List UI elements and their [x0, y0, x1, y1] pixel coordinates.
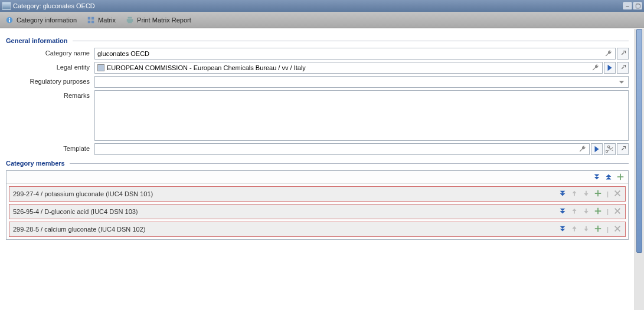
link-icon: [619, 50, 627, 58]
label-remarks: Remarks: [6, 90, 94, 99]
collapse-all-button[interactable]: [604, 173, 613, 182]
scrollbar[interactable]: [635, 29, 644, 310]
toolbar: Category information Matrix Print Matrix…: [0, 12, 644, 28]
close-icon: [613, 189, 622, 197]
toolbar-label: Print Matrix Report: [137, 17, 191, 24]
section-category-members: Category members: [6, 160, 629, 167]
move-down-button[interactable]: [582, 207, 590, 216]
window-title: Category: gluconates OECD: [13, 2, 623, 9]
open-button[interactable]: [591, 143, 603, 155]
toolbar-label: Matrix: [98, 17, 116, 24]
members-panel: 299-27-4 / potassium gluconate (IUC4 DSN…: [6, 170, 629, 240]
double-down-icon: [593, 173, 601, 181]
template-input[interactable]: [94, 143, 590, 155]
wrench-icon: [578, 145, 587, 153]
arrow-up-icon: [570, 189, 578, 197]
section-general-info: General information: [6, 37, 629, 44]
double-down-icon: [558, 225, 567, 233]
member-row[interactable]: 526-95-4 / D-gluconic acid (IUC4 DSN 103…: [9, 204, 626, 219]
member-text: 299-28-5 / calcium gluconate (IUC4 DSN 1…: [13, 226, 558, 233]
category-name-input[interactable]: gluconates OECD: [94, 48, 616, 60]
member-row[interactable]: 299-28-5 / calcium gluconate (IUC4 DSN 1…: [9, 222, 626, 237]
member-text: 299-27-4 / potassium gluconate (IUC4 DSN…: [13, 190, 558, 197]
open-button[interactable]: [604, 62, 616, 74]
add-button[interactable]: [594, 225, 602, 234]
arrow-up-icon: [570, 207, 578, 215]
cut-button[interactable]: [604, 143, 616, 155]
arrow-down-icon: [582, 225, 590, 233]
add-button[interactable]: [594, 207, 602, 216]
toolbar-label: Category information: [17, 17, 77, 24]
maximize-button[interactable]: ▢: [633, 2, 642, 9]
legal-entity-input[interactable]: EUROPEAN COMMISSION - European Chemicals…: [94, 62, 603, 74]
members-actionbar: [6, 171, 628, 184]
link-button[interactable]: [617, 62, 629, 74]
expand-all-button[interactable]: [593, 173, 601, 182]
toolbar-print-report[interactable]: Print Matrix Report: [125, 15, 191, 25]
matrix-icon: [86, 15, 96, 25]
remove-button[interactable]: [613, 225, 622, 234]
expand-button[interactable]: [558, 225, 567, 234]
arrow-right-icon: [593, 145, 601, 153]
scrollbar-thumb[interactable]: [636, 29, 642, 253]
regulatory-select[interactable]: [94, 76, 629, 88]
move-down-button[interactable]: [582, 189, 590, 199]
link-icon: [619, 145, 627, 153]
plus-icon: [616, 173, 625, 181]
app-icon: [2, 2, 11, 10]
print-icon: [125, 15, 135, 25]
member-text: 526-95-4 / D-gluconic acid (IUC4 DSN 103…: [13, 208, 558, 215]
add-button[interactable]: [594, 189, 602, 199]
label-regulatory: Regulatory purposes: [6, 76, 94, 85]
link-button[interactable]: [617, 143, 629, 155]
move-up-button[interactable]: [570, 207, 578, 216]
close-icon: [613, 207, 622, 215]
move-up-button[interactable]: [570, 189, 578, 199]
label-template: Template: [6, 143, 94, 152]
plus-icon: [594, 189, 602, 197]
toolbar-matrix[interactable]: Matrix: [86, 15, 116, 25]
link-icon: [619, 64, 627, 72]
wrench-icon: [604, 50, 613, 58]
remove-button[interactable]: [613, 207, 622, 216]
close-icon: [613, 225, 622, 233]
double-up-icon: [604, 173, 613, 181]
info-icon: [5, 15, 14, 25]
expand-button[interactable]: [558, 207, 567, 216]
arrow-down-icon: [582, 189, 590, 197]
remarks-textarea[interactable]: [94, 90, 629, 141]
label-category-name: Category name: [6, 48, 94, 57]
building-icon: [97, 64, 104, 71]
add-member-button[interactable]: [616, 173, 625, 182]
move-up-button[interactable]: [570, 225, 578, 234]
plus-icon: [594, 207, 602, 215]
arrow-right-icon: [606, 64, 614, 72]
input-value: EUROPEAN COMMISSION - European Chemicals…: [107, 64, 306, 71]
expand-button[interactable]: [558, 189, 567, 199]
move-down-button[interactable]: [582, 225, 590, 234]
minimize-button[interactable]: –: [623, 2, 632, 9]
link-button[interactable]: [617, 48, 629, 60]
input-value: gluconates OECD: [97, 50, 149, 57]
plus-icon: [594, 225, 602, 233]
arrow-down-icon: [582, 207, 590, 215]
arrow-up-icon: [570, 225, 578, 233]
chevron-down-icon: [617, 78, 626, 86]
label-legal-entity: Legal entity: [6, 62, 94, 71]
double-down-icon: [558, 189, 567, 197]
section-title: Category members: [6, 160, 65, 167]
member-row[interactable]: 299-27-4 / potassium gluconate (IUC4 DSN…: [9, 186, 626, 202]
scissors-icon: [606, 145, 614, 153]
section-title: General information: [6, 37, 68, 44]
double-down-icon: [558, 207, 567, 215]
wrench-icon: [591, 64, 600, 72]
toolbar-category-info[interactable]: Category information: [5, 15, 77, 25]
remove-button[interactable]: [613, 189, 622, 199]
